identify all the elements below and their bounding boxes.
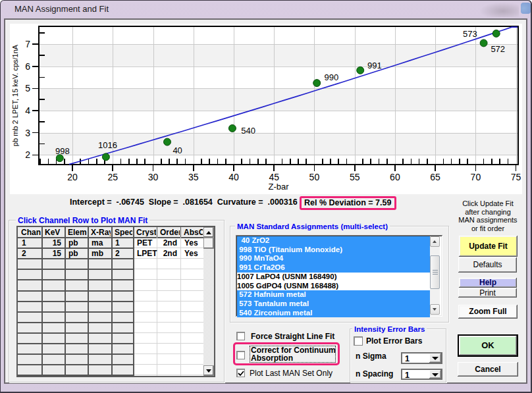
svg-text:40: 40 — [173, 145, 182, 155]
svg-text:30: 30 — [148, 172, 159, 182]
svg-text:60: 60 — [390, 172, 400, 182]
svg-text:Z-bar: Z-bar — [268, 182, 289, 192]
svg-text:572: 572 — [491, 44, 505, 54]
svg-text:991: 991 — [367, 61, 382, 70]
svg-text:2: 2 — [25, 149, 30, 160]
svg-text:540: 540 — [241, 126, 255, 136]
svg-text:40: 40 — [228, 172, 239, 182]
svg-text:70: 70 — [471, 172, 481, 182]
svg-text:pb mb 2 LPET, 15 keV. cps/1nA: pb mb 2 LPET, 15 keV. cps/1nA — [11, 44, 19, 146]
svg-text:573: 573 — [463, 29, 477, 39]
svg-text:998: 998 — [55, 146, 70, 156]
svg-text:1016: 1016 — [98, 140, 117, 150]
svg-text:55: 55 — [350, 172, 360, 182]
svg-text:75: 75 — [511, 172, 521, 182]
svg-text:3: 3 — [25, 128, 30, 138]
svg-text:20: 20 — [67, 172, 78, 182]
svg-text:6: 6 — [25, 61, 30, 72]
svg-text:35: 35 — [188, 172, 199, 182]
svg-text:65: 65 — [430, 172, 440, 182]
svg-text:25: 25 — [107, 172, 118, 182]
svg-text:5: 5 — [25, 83, 30, 93]
svg-text:7: 7 — [25, 39, 30, 49]
svg-text:4: 4 — [25, 105, 30, 116]
svg-text:50: 50 — [309, 172, 320, 182]
svg-text:45: 45 — [269, 172, 279, 182]
svg-text:990: 990 — [325, 72, 339, 82]
